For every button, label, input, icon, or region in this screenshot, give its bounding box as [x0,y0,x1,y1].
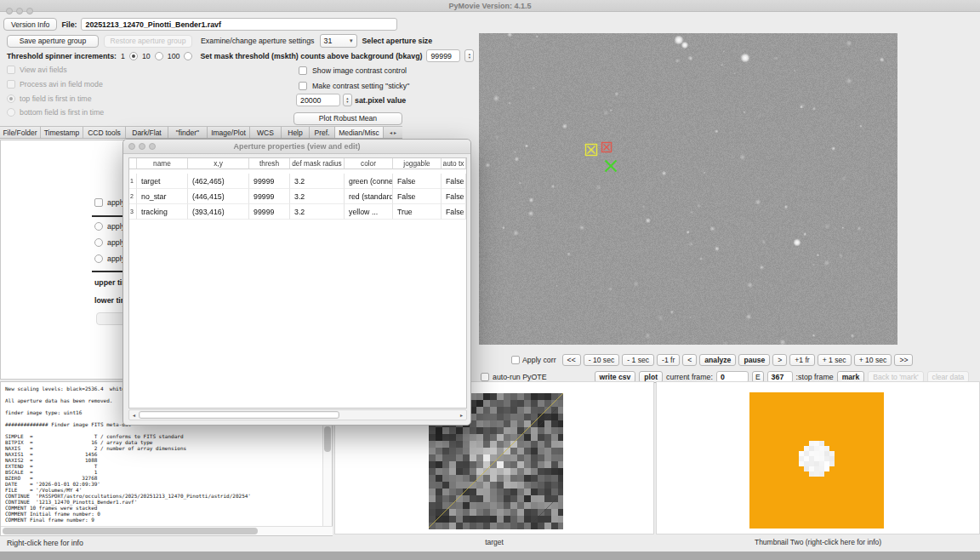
tab-dark-flat[interactable]: Dark/Flat [126,127,168,138]
tab-image-plot[interactable]: Image/Plot [208,127,250,138]
scroll-thumb[interactable] [139,411,339,419]
bottom-field-first-radio [7,108,15,117]
version-info-button[interactable]: Version Info [3,18,57,31]
sticky-contrast-label: Make contrast setting "sticky" [312,82,409,90]
process-avi-checkbox [7,80,15,89]
window-close-icon[interactable] [6,8,13,14]
apply-radio-1[interactable] [94,222,103,231]
tab-scroll-left-icon[interactable]: ◂ [390,129,392,135]
column-header [129,158,137,169]
cell-name[interactable]: target [137,174,188,189]
increment-1-radio[interactable] [129,52,138,60]
sticky-contrast-checkbox[interactable] [299,82,307,90]
scroll-thumb[interactable] [3,528,258,534]
column-header-radius: def mask radius [290,158,345,169]
cell-thresh[interactable]: 99999 [249,204,290,220]
cell-auto[interactable]: False [442,174,466,189]
cell-joggable[interactable]: True [393,204,442,220]
apply-radio-2[interactable] [94,238,103,247]
cell-xy[interactable]: (446,415) [188,189,249,204]
cell-color[interactable]: red (standard) [345,189,393,204]
cell-auto[interactable]: False [442,189,466,204]
increment-10-radio[interactable] [155,52,163,60]
back-10-sec-button[interactable]: - 10 sec [584,354,620,366]
scroll-thumb[interactable] [324,426,331,452]
fwd-1-frame-button[interactable]: +1 fr [789,354,814,366]
select-aperture-size-label: Select aperture size [362,37,433,45]
view-avi-fields-label: View avi fields [20,66,67,74]
back-1-sec-button[interactable]: - 1 sec [622,354,654,366]
window-zoom-icon[interactable] [26,8,33,14]
rewind-fast-button[interactable]: << [562,354,581,366]
cell-auto[interactable]: False [442,204,466,220]
tab-scroll-right-icon[interactable]: ▸ [394,129,396,135]
increment-100-radio[interactable] [184,52,192,60]
tab-median-misc[interactable]: Median/Misc [335,127,384,138]
sat-pixel-field[interactable]: 20000 [296,94,340,106]
file-field[interactable]: 20251213_12470_Pinotti_Bender1.ravf [81,18,397,31]
fwd-1-sec-button[interactable]: + 1 sec [818,354,852,366]
view-avi-fields-checkbox [7,66,15,74]
cell-joggable[interactable]: False [393,189,442,204]
apply-corr-checkbox[interactable] [511,356,520,364]
fwd-10-sec-button[interactable]: + 10 sec [854,354,892,366]
tab-ccd-tools[interactable]: CCD tools [83,127,126,138]
apply-checkbox[interactable] [94,198,103,207]
window-minimize-icon[interactable] [16,8,23,14]
bottom-field-first-label: bottom field is first in time [20,108,104,117]
tab-timestamp[interactable]: Timestamp [41,127,83,138]
column-header-name: name [137,158,188,169]
cell-joggable[interactable]: False [393,174,442,189]
tab-wcs[interactable]: WCS [250,127,282,138]
cell-color[interactable]: green (conne... [345,174,393,189]
show-contrast-checkbox[interactable] [299,66,307,75]
apply-radio-3[interactable] [94,254,103,263]
cell-xy[interactable]: (462,465) [188,174,249,189]
status-bar-text: Right-click here for info [7,539,83,547]
increment-100-label: 100 [168,52,180,60]
dialog-close-icon[interactable] [128,143,135,150]
cell-thresh[interactable]: 99999 [249,174,290,189]
cell-radius[interactable]: 3.2 [290,189,345,204]
tab-finder[interactable]: "finder" [168,127,208,138]
aperture-table: name x,y thresh def mask radius color jo… [128,157,467,409]
plot-robust-mean-button[interactable]: Plot Robust Mean [293,112,402,125]
back-1-frame-button[interactable]: -1 fr [657,354,680,366]
mask-threshold-label: Set mask threshold (mskth) counts above … [200,52,422,60]
cell-xy[interactable]: (393,416) [188,204,249,220]
mask-threshold-stepper[interactable]: ▴▾ [464,49,474,62]
cell-thresh[interactable]: 99999 [249,189,290,204]
dialog-horizontal-scrollbar[interactable]: ◂ ▸ [128,409,467,420]
dialog-zoom-icon[interactable] [149,143,156,150]
step-back-button[interactable]: < [682,354,697,366]
scroll-right-icon[interactable]: ▸ [457,412,466,418]
aperture-size-select[interactable]: 31▾ [320,34,357,48]
mask-threshold-field[interactable]: 99999 [426,49,460,62]
target-thumbnail-label: target [334,538,654,546]
stepper-down-icon: ▾ [346,100,348,104]
cell-radius[interactable]: 3.2 [290,204,345,220]
cell-name[interactable]: tracking [137,204,188,220]
save-aperture-group-button[interactable]: Save aperture group [7,35,99,48]
pause-button[interactable]: pause [738,354,770,366]
dialog-minimize-icon[interactable] [139,143,145,150]
step-forward-button[interactable]: > [772,354,787,366]
log-horizontal-scrollbar[interactable] [1,526,333,535]
window-title: PyMovie Version: 4.1.5 [0,0,980,12]
finder-image-view[interactable] [479,33,897,345]
thumbnail-two[interactable] [749,392,884,529]
cell-name[interactable]: no_star [137,189,188,204]
apply-corr-label: Apply corr [522,356,556,364]
tab-file-folder[interactable]: File/Folder [0,127,41,138]
tab-pref[interactable]: Pref. [310,127,335,138]
tab-help[interactable]: Help [282,127,310,138]
row-number: 2 [129,189,137,204]
cell-color[interactable]: yellow ... [345,204,393,220]
scroll-left-icon[interactable]: ◂ [129,412,139,418]
autorun-pyote-checkbox[interactable] [481,373,489,381]
aperture-properties-dialog: Aperture properties (view and edit) name… [122,139,471,426]
cell-radius[interactable]: 3.2 [290,174,345,189]
fast-forward-button[interactable]: >> [894,354,913,366]
analyze-button[interactable]: analyze [699,354,736,366]
sat-pixel-stepper[interactable]: ▴▾ [343,94,352,106]
